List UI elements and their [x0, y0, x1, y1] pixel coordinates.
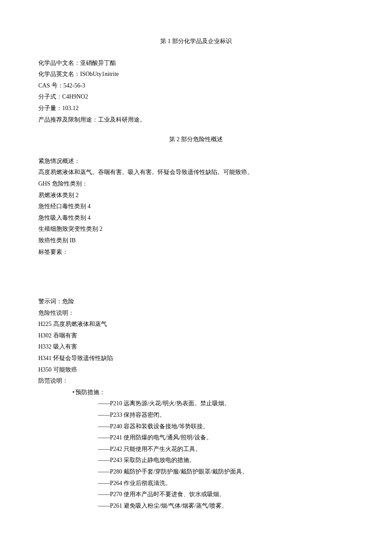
hazard-statement: H350 可能致癌 — [38, 364, 354, 376]
pictogram-placeholder — [38, 258, 354, 296]
emergency-description: 高度易燃液体和蒸气。吞咽有害。吸入有害。怀疑会导致遗传性缺陷。可能致癌。 — [38, 167, 354, 178]
prevention-item: ——P280 戴防护手套/穿防护服/戴防护眼罩/戴防护面具。 — [98, 466, 354, 478]
prevention-item: ——P270 使用本产品时不要进食、饮水或吸烟。 — [98, 489, 354, 500]
signal-word: 警示词：危险 — [38, 296, 354, 308]
ghs-label: GHS 危险性类别： — [38, 178, 354, 190]
emergency-label: 紧急情况概述： — [38, 156, 354, 167]
chemical-name-en: 化学品英文名：ISObUty1nitrite — [38, 69, 354, 80]
ghs-category: 急性吸入毒性类别 4 — [38, 212, 354, 224]
section-2-title: 第 2 部分危险性概述 — [38, 134, 354, 145]
hazard-statement: H341 怀疑会导致遗传性缺陷 — [38, 353, 354, 364]
prevention-item: ——P241 使用防爆的电气/通风/照明/设备。 — [98, 432, 354, 444]
ghs-category: 生殖细胞致突变性类别 2 — [38, 224, 354, 235]
hazard-statement: H225 高度易燃液体和蒸气 — [38, 319, 354, 330]
prevention-items: ——P210 远离热源/火花/明火/热表面。禁止吸烟。 ——P233 保持容器密… — [72, 398, 354, 511]
precaution-label: 防范说明： — [38, 375, 354, 387]
product-usage: 产品推荐及限制用途：工业及科研用途。 — [38, 114, 354, 126]
cas-number: CAS 号：542-56-3 — [38, 80, 354, 92]
hazard-statement: H302 吞咽有害 — [38, 330, 354, 342]
prevention-item: ——P210 远离热源/火花/明火/热表面。禁止吸烟。 — [98, 398, 354, 410]
prevention-item: ——P261 避免吸入粉尘/烟/气体/烟雾/蒸气/喷雾。 — [98, 500, 354, 512]
prevention-item: ——P233 保持容器密闭。 — [98, 410, 354, 421]
ghs-category: 急性经口毒性类别 4 — [38, 201, 354, 212]
prevention-item: ——P243 采取防止静电放电的措施。 — [98, 455, 354, 466]
hazard-statement: H332 吸入有害 — [38, 341, 354, 353]
prevention-label: 预防措施： — [72, 387, 354, 398]
prevention-item: ——P242 只能使用不产生火花的工具。 — [98, 444, 354, 455]
section-1-content: 化学品中文名：亚硝酸异丁酯 化学品英文名：ISObUty1nitrite CAS… — [38, 58, 354, 126]
prevention-item: ——P264 作业后彻底清洗。 — [98, 478, 354, 489]
molecular-weight: 分子量：103.12 — [38, 103, 354, 114]
ghs-category: 易燃液体类别 2 — [38, 190, 354, 201]
ghs-category: 致癌性类别 IB — [38, 235, 354, 247]
prevention-section: 预防措施： ——P210 远离热源/火花/明火/热表面。禁止吸烟。 ——P233… — [38, 387, 354, 512]
label-elements: 标签要素： — [38, 247, 354, 258]
section-2-content: 紧急情况概述： 高度易燃液体和蒸气。吞咽有害。吸入有害。怀疑会导致遗传性缺陷。可… — [38, 156, 354, 512]
chemical-name-cn: 化学品中文名：亚硝酸异丁酯 — [38, 58, 354, 69]
section-1-title: 第 1 部分化学品及企业标识 — [38, 36, 354, 47]
hazard-statement-label: 危险性说明： — [38, 308, 354, 319]
prevention-item: ——P240 容器和装载设备接地/等势联接。 — [98, 421, 354, 433]
molecular-formula: 分子式：C4H9NO2 — [38, 91, 354, 103]
